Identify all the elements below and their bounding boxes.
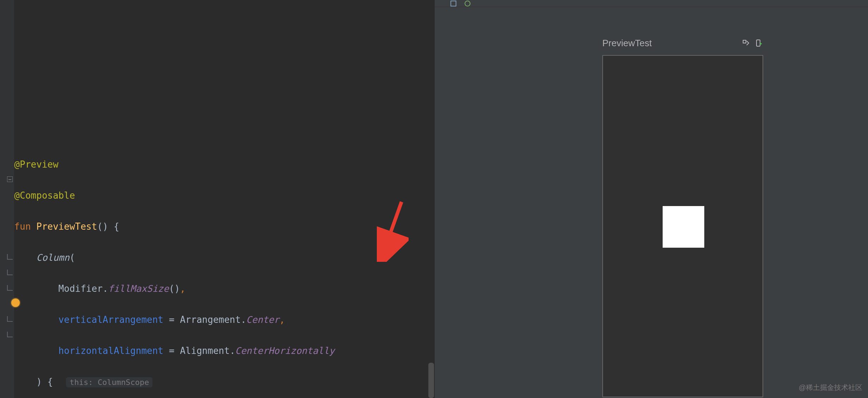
function-name: PreviewTest xyxy=(36,221,97,232)
param-vertical: verticalArrangement xyxy=(59,314,163,325)
fold-icon[interactable] xyxy=(4,313,16,325)
preview-toolbar xyxy=(435,0,868,7)
preview-canvas: PreviewTest xyxy=(602,35,763,397)
fold-icon[interactable] xyxy=(4,174,16,185)
code-editor-pane[interactable]: @Preview @Composable fun PreviewTest() {… xyxy=(0,0,434,398)
preview-white-rect xyxy=(663,206,704,248)
fold-icon[interactable] xyxy=(4,329,16,340)
param-horizontal: horizontalAlignment xyxy=(59,345,163,356)
svg-rect-1 xyxy=(451,1,456,6)
modifier-obj: Modifier xyxy=(59,283,103,294)
preview-header: PreviewTest xyxy=(602,35,763,51)
preview-title: PreviewTest xyxy=(602,38,652,49)
toolbar-icon[interactable] xyxy=(464,0,471,7)
fold-icon[interactable] xyxy=(4,251,16,263)
svg-point-2 xyxy=(465,1,470,6)
editor-scrollbar[interactable] xyxy=(428,363,434,398)
inlay-hint-columnscope: this: ColumnScope xyxy=(66,377,152,387)
toolbar-icon[interactable] xyxy=(450,0,457,7)
preview-pane: PreviewTest @稀土掘金技术社区 xyxy=(434,0,868,398)
editor-gutter xyxy=(0,0,14,398)
annotation: @Preview xyxy=(14,159,58,170)
keyword-fun: fun xyxy=(14,221,31,232)
fold-icon[interactable] xyxy=(4,267,16,278)
code-text-area[interactable]: @Preview @Composable fun PreviewTest() {… xyxy=(14,0,434,398)
annotation: @Composable xyxy=(14,190,75,201)
fold-icon[interactable] xyxy=(4,282,16,294)
call-column: Column xyxy=(36,252,70,263)
watermark-text: @稀土掘金技术社区 xyxy=(799,383,862,392)
deploy-preview-icon[interactable] xyxy=(754,38,763,48)
interactive-preview-icon[interactable] xyxy=(741,38,751,48)
svg-rect-3 xyxy=(757,40,760,46)
preview-device-frame[interactable] xyxy=(602,55,763,397)
fillmaxsize: fillMaxSize xyxy=(108,283,169,294)
